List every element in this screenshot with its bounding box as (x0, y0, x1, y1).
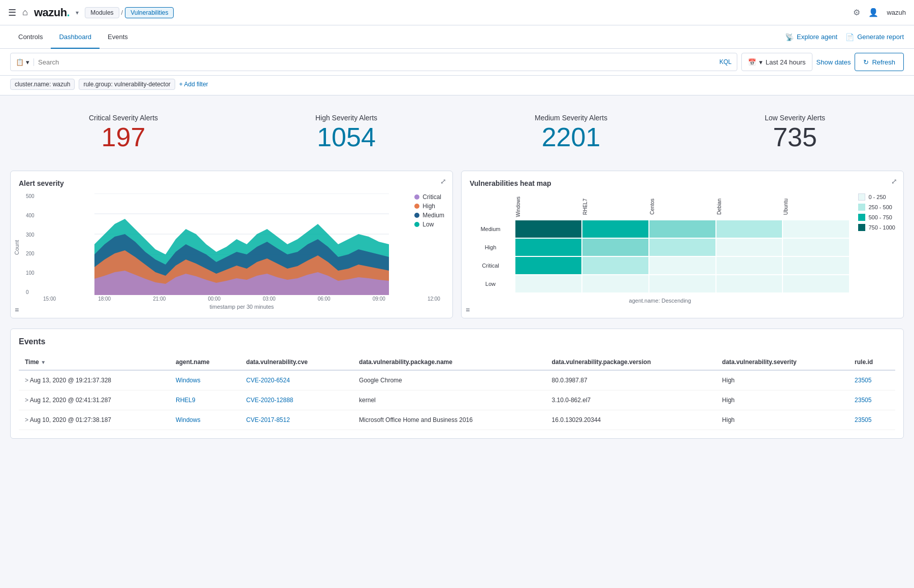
hm-cell-high-debian (716, 238, 783, 256)
hm-cell-critical-debian (716, 256, 783, 275)
kql-badge[interactable]: KQL (720, 58, 732, 66)
tab-events[interactable]: Events (100, 26, 136, 49)
legend-low-dot (414, 222, 419, 227)
row1-rule-id-link[interactable]: 23505 (855, 377, 871, 384)
row1-expand[interactable]: > (25, 377, 28, 384)
row3-rule-id-link[interactable]: 23505 (855, 416, 871, 423)
row3-agent: Windows (170, 410, 240, 430)
row3-agent-link[interactable]: Windows (176, 416, 201, 423)
row1-cve: CVE-2020-6524 (240, 370, 353, 390)
chart-list-icon[interactable]: ≡ (15, 306, 19, 314)
alert-chart-svg (39, 193, 444, 295)
explore-agent-button[interactable]: 📡 Explore agent (785, 33, 837, 41)
stat-critical-value: 197 (89, 124, 158, 150)
row1-severity: High (716, 370, 848, 390)
heatmap-row-medium: Medium (470, 220, 850, 238)
heatmap-grid: Windows RHEL7 Centos Debian Ubuntu Mediu… (470, 193, 850, 304)
search-type-selector[interactable]: 📋 ▾ (16, 58, 34, 66)
heatmap-row-low: Low (470, 275, 850, 293)
row3-cve: CVE-2017-8512 (240, 410, 353, 430)
stat-medium-value: 2201 (535, 124, 607, 150)
sort-icon: ▼ (41, 360, 46, 365)
row2-agent-link[interactable]: RHEL9 (176, 397, 195, 404)
expand-chart-icon[interactable]: ⤢ (440, 177, 446, 185)
col-time[interactable]: Time ▼ (19, 354, 170, 370)
row3-severity: High (716, 410, 848, 430)
stat-critical-label: Critical Severity Alerts (89, 114, 158, 122)
y-axis-label: Count (14, 240, 20, 254)
heatmap-list-icon[interactable]: ≡ (466, 306, 470, 314)
row2-rule-id-link[interactable]: 23505 (855, 397, 871, 404)
events-header-row: Time ▼ agent.name data.vulnerability.cve… (19, 354, 895, 370)
stat-low-label: Low Severity Alerts (765, 114, 825, 122)
events-table-body: > Aug 13, 2020 @ 19:21:37.328 Windows CV… (19, 370, 895, 430)
col-package-name[interactable]: data.vulnerability.package.name (353, 354, 545, 370)
events-card: Events Time ▼ agent.name data.vulnerabil… (10, 329, 904, 439)
hamburger-menu[interactable]: ☰ (8, 7, 16, 18)
col-agent-name[interactable]: agent.name (170, 354, 240, 370)
row1-rule-id: 23505 (848, 370, 895, 390)
search-input[interactable] (38, 58, 715, 66)
row1-package-name: Google Chrome (353, 370, 545, 390)
hm-cell-low-rhel7 (582, 275, 649, 293)
heatmap-title: Vulnerabilities heat map (470, 179, 895, 187)
x-axis-labels: 15:00 18:00 21:00 00:00 03:00 06:00 09:0… (39, 296, 444, 302)
hm-cell-low-windows (515, 275, 582, 293)
row1-package-version: 80.0.3987.87 (546, 370, 716, 390)
home-icon[interactable]: ⌂ (22, 7, 28, 18)
dropdown-icon: ▾ (759, 58, 763, 66)
events-table-header: Time ▼ agent.name data.vulnerability.cve… (19, 354, 895, 370)
row2-time: > Aug 12, 2020 @ 02:41:31.287 (19, 390, 170, 410)
hm-cell-critical-ubuntu (782, 256, 850, 275)
row1-cve-link[interactable]: CVE-2020-6524 (246, 377, 290, 384)
date-picker[interactable]: 📅 ▾ Last 24 hours (741, 53, 812, 71)
stat-low: Low Severity Alerts 735 (765, 114, 825, 150)
row3-rule-id: 23505 (848, 410, 895, 430)
row2-cve-link[interactable]: CVE-2020-12888 (246, 397, 293, 404)
show-dates-button[interactable]: Show dates (817, 58, 851, 66)
col-label-centos: Centos (649, 197, 655, 217)
heatmap-legend: 0 - 250 250 - 500 500 - 750 750 - 1000 (858, 193, 895, 304)
chevron-down-icon[interactable]: ▾ (76, 9, 79, 16)
col-cve[interactable]: data.vulnerability.cve (240, 354, 353, 370)
calendar-icon: 📅 (748, 58, 756, 66)
tab-controls[interactable]: Controls (10, 26, 51, 49)
col-rule-id[interactable]: rule.id (848, 354, 895, 370)
col-label-windows: Windows (515, 194, 521, 219)
expand-heatmap-icon[interactable]: ⤢ (891, 177, 897, 185)
row2-package-version: 3.10.0-862.el7 (546, 390, 716, 410)
hm-cell-low-ubuntu (782, 275, 850, 293)
charts-row: Alert severity ⤢ Count 500 400 300 200 1… (10, 171, 904, 318)
filter-tag-cluster[interactable]: cluster.name: wazuh (10, 79, 75, 90)
legend-critical-dot (414, 194, 419, 200)
nav-tabs: Controls Dashboard Events (10, 26, 785, 48)
settings-icon[interactable]: ⚙ (853, 8, 860, 17)
refresh-icon: ↻ (863, 58, 869, 66)
col-package-version[interactable]: data.vulnerability.package.version (546, 354, 716, 370)
col-severity[interactable]: data.vulnerability.severity (716, 354, 848, 370)
breadcrumb-vulnerabilities[interactable]: Vulnerabilities (125, 7, 174, 18)
filter-tag-rule-group[interactable]: rule.group: vulnerability-detector (79, 79, 175, 90)
filter-tags-bar: cluster.name: wazuh rule.group: vulnerab… (0, 76, 914, 95)
hm-cell-high-rhel7 (582, 238, 649, 256)
row1-agent-link[interactable]: Windows (176, 377, 201, 384)
row3-cve-link[interactable]: CVE-2017-8512 (246, 416, 290, 423)
sub-navigation: Controls Dashboard Events 📡 Explore agen… (0, 25, 914, 49)
generate-report-button[interactable]: 📄 Generate report (845, 33, 904, 41)
row2-cve: CVE-2020-12888 (240, 390, 353, 410)
refresh-button[interactable]: ↻ Refresh (855, 53, 904, 71)
add-filter-button[interactable]: + Add filter (179, 81, 208, 88)
stat-medium-label: Medium Severity Alerts (535, 114, 607, 122)
row-label-critical: Critical (470, 256, 515, 275)
row3-expand[interactable]: > (25, 416, 28, 423)
breadcrumb: Modules / Vulnerabilities (85, 7, 174, 18)
table-row: > Aug 13, 2020 @ 19:21:37.328 Windows CV… (19, 370, 895, 390)
row2-expand[interactable]: > (25, 397, 28, 404)
stat-high-value: 1054 (315, 124, 377, 150)
breadcrumb-modules[interactable]: Modules (85, 7, 119, 18)
hm-cell-critical-rhel7 (582, 256, 649, 275)
alert-severity-title: Alert severity (19, 179, 444, 187)
user-label[interactable]: wazuh (887, 9, 906, 16)
hm-cell-medium-ubuntu (782, 220, 850, 238)
tab-dashboard[interactable]: Dashboard (51, 26, 100, 49)
